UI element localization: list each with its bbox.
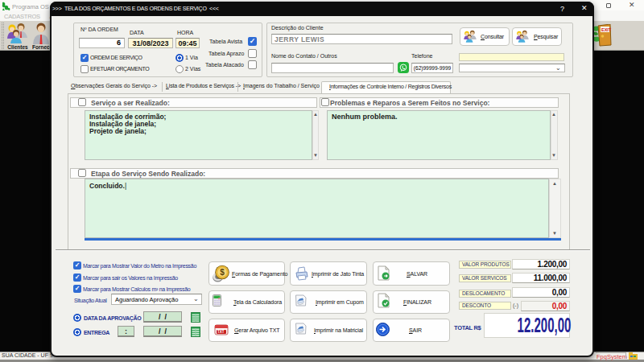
svg-text:$: $ xyxy=(220,268,225,277)
svg-text:TXT: TXT xyxy=(217,330,225,334)
svg-text:EXIT: EXIT xyxy=(601,27,612,32)
